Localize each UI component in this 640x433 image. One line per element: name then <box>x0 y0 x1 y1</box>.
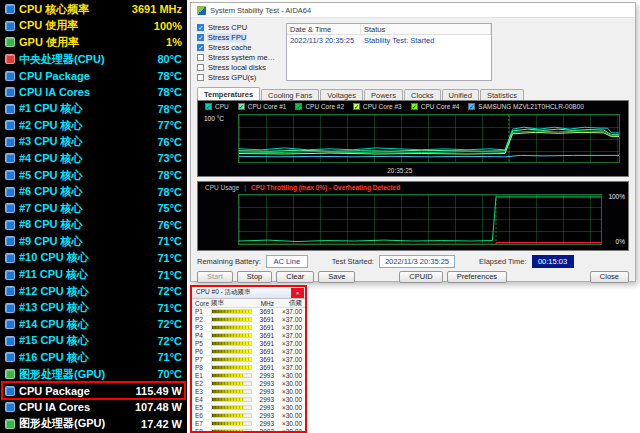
test-started-value: 2022/11/3 20:35:25 <box>379 255 455 268</box>
frequency-table-header: Core 频率 MHz 倍频 <box>192 299 305 308</box>
tab[interactable]: Cooling Fans <box>261 89 319 100</box>
popup-titlebar[interactable]: CPU #0 - 活动频率 × <box>192 287 305 299</box>
multiplier-value: ×30.00 <box>276 404 302 411</box>
sensor-icon <box>5 303 15 313</box>
action-button[interactable]: Save <box>318 271 355 283</box>
sensor-icon <box>5 37 15 47</box>
action-button[interactable]: Clear <box>276 271 314 283</box>
tab[interactable]: Statistics <box>480 89 524 100</box>
legend-checkbox[interactable] <box>295 103 302 110</box>
sensor-row: #13 CPU 核心 71°C <box>2 299 185 316</box>
action-button[interactable]: CPUID <box>399 271 442 283</box>
sensor-row: #9 CPU 核心 71°C <box>2 233 185 250</box>
multiplier-value: ×37.00 <box>276 356 302 363</box>
popup-close-icon[interactable]: × <box>291 288 304 298</box>
stress-option[interactable]: Stress system memory <box>197 53 281 62</box>
sensor-icon <box>5 369 15 379</box>
frequency-bar-fill <box>212 342 251 345</box>
legend-item[interactable]: SAMSUNG MZVL21T0HCLR-00B00 <box>468 103 583 110</box>
sensor-row: #16 CPU 核心 71°C <box>2 349 185 366</box>
graph-tabs: TemperaturesCooling FansVoltagesPowersCl… <box>197 87 525 100</box>
core-label: P7 <box>195 356 209 363</box>
stress-option-label: Stress GPU(s) <box>207 73 257 82</box>
sensor-value: 78°C <box>157 169 182 181</box>
stress-option[interactable]: Stress cache <box>197 43 281 52</box>
close-button[interactable]: Close <box>590 271 629 283</box>
stability-test-window: System Stability Test - AIDA64 Stress CP… <box>190 2 636 282</box>
core-label: E1 <box>195 372 209 379</box>
legend-checkbox[interactable] <box>411 103 418 110</box>
log-col-datetime[interactable]: Date & Time <box>287 24 361 34</box>
sensor-icon <box>5 203 15 213</box>
action-button[interactable]: Start <box>197 271 233 283</box>
frequency-bar <box>211 381 252 386</box>
tab[interactable]: Unified <box>442 89 479 100</box>
multiplier-value: ×30.00 <box>276 396 302 403</box>
popup-title: CPU #0 - 活动频率 <box>196 288 291 297</box>
frequency-row: P3 3691 ×37.00 <box>192 324 305 332</box>
window-titlebar[interactable]: System Stability Test - AIDA64 <box>191 3 635 18</box>
tab[interactable]: Powers <box>364 89 403 100</box>
stress-option[interactable]: Stress GPU(s) <box>197 73 281 82</box>
stress-checkbox[interactable] <box>197 64 204 71</box>
legend-checkbox[interactable] <box>353 103 360 110</box>
legend-checkbox[interactable] <box>238 103 245 110</box>
sensor-value: 80°C <box>157 53 182 65</box>
action-buttons: StartStopClearSaveCPUIDPreferences <box>197 271 507 283</box>
legend-item[interactable]: CPU Core #4 <box>411 103 460 110</box>
sensor-icon <box>5 54 15 64</box>
sensor-value: 115.49 W <box>136 385 182 397</box>
multiplier-value: ×37.00 <box>276 308 302 315</box>
log-row[interactable]: 2022/11/3 20:35:25 Stability Test: Start… <box>287 35 491 45</box>
frequency-bar-fill <box>212 358 251 361</box>
legend-item[interactable]: CPU Core #3 <box>353 103 402 110</box>
sensor-icon <box>5 419 15 429</box>
col-core: Core <box>195 300 209 307</box>
temperature-plot <box>238 114 620 163</box>
sensor-value: 72°C <box>157 335 182 347</box>
stress-checkbox[interactable] <box>197 24 204 31</box>
sensor-value: 3691 MHz <box>132 3 182 15</box>
mhz-value: 3691 <box>254 356 274 363</box>
frequency-bar <box>211 325 252 330</box>
legend-checkbox[interactable] <box>205 103 212 110</box>
mhz-value: 2993 <box>254 380 274 387</box>
frequency-bar-fill <box>212 318 251 321</box>
frequency-bar <box>211 389 252 394</box>
stress-checkbox[interactable] <box>197 74 204 81</box>
multiplier-value: ×30.00 <box>276 420 302 427</box>
tab[interactable]: Voltages <box>320 89 363 100</box>
frequency-row: E8 2993 ×30.00 <box>192 428 305 433</box>
sensor-icon <box>5 220 15 230</box>
multiplier-value: ×37.00 <box>276 364 302 371</box>
legend-item[interactable]: CPU Core #1 <box>238 103 287 110</box>
tab[interactable]: Clocks <box>404 89 441 100</box>
usage-graph-separator: | <box>244 184 246 191</box>
action-button[interactable]: Stop <box>237 271 272 283</box>
usage-graph-block: CPU Usage | CPU Throttling (max 0%) - Ov… <box>197 181 629 251</box>
time-axis-label: 20:35:25 <box>387 167 412 174</box>
stress-option[interactable]: Stress FPU <box>197 33 281 42</box>
stress-option[interactable]: Stress local disks <box>197 63 281 72</box>
legend-item[interactable]: CPU Core #2 <box>295 103 344 110</box>
aida64-app-icon <box>197 6 206 15</box>
sensor-label: CPU IA Cores <box>19 86 153 98</box>
core-label: P2 <box>195 316 209 323</box>
stress-checkbox[interactable] <box>197 44 204 51</box>
sensor-row: CPU 使用率 100% <box>2 18 185 35</box>
legend-item[interactable]: CPU <box>205 103 229 110</box>
sensor-value: 71°C <box>157 252 182 264</box>
frequency-bar-fill <box>212 326 251 329</box>
action-button[interactable]: Preferences <box>447 271 507 283</box>
log-col-status[interactable]: Status <box>361 24 491 34</box>
tab[interactable]: Temperatures <box>197 87 260 100</box>
sensor-row: CPU IA Cores 107.48 W <box>2 399 185 416</box>
overheating-warning: CPU Throttling (max 0%) - Overheating De… <box>251 184 400 191</box>
frequency-bar-fill <box>212 398 244 401</box>
sensor-icon <box>5 236 15 246</box>
stress-checkbox[interactable] <box>197 34 204 41</box>
stress-option[interactable]: Stress CPU <box>197 23 281 32</box>
legend-checkbox[interactable] <box>468 103 475 110</box>
frequency-row: P1 3691 ×37.00 <box>192 308 305 316</box>
stress-checkbox[interactable] <box>197 54 204 61</box>
